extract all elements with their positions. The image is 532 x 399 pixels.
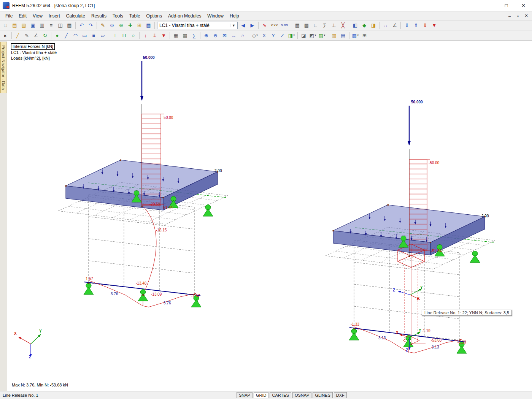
visibility-icon[interactable]: ◩▾ [308, 31, 317, 40]
save-icon[interactable]: ▣ [29, 21, 37, 30]
new-file-icon[interactable]: □ [1, 21, 10, 30]
background-icon[interactable]: ▧▾ [351, 31, 360, 40]
panel-toggle-icon[interactable]: ▥ [330, 31, 338, 40]
menu-help[interactable]: Help [227, 12, 242, 20]
copy-icon[interactable]: ◫ [56, 21, 65, 30]
undo-icon[interactable]: ↶ [77, 21, 86, 30]
filter-icon[interactable]: ╳ [338, 21, 347, 30]
regenerate-model-icon[interactable]: ⊕ [117, 21, 125, 30]
new-arc-icon[interactable]: ◠ [71, 31, 80, 40]
new-line-icon[interactable]: ╱ [62, 31, 71, 40]
show-results-icon[interactable]: ∿ [260, 21, 269, 30]
render-mode-icon[interactable]: ◨▾ [287, 31, 296, 40]
nodal-load-icon[interactable]: ↓ [141, 31, 150, 40]
toggle-dxf[interactable]: DXF [334, 392, 347, 398]
printout-report-icon[interactable]: ≡ [47, 21, 56, 30]
mdi-restore-button[interactable]: ▫ [514, 12, 522, 20]
menu-tools[interactable]: Tools [110, 12, 126, 20]
export-down-red-icon[interactable]: ⇓ [421, 21, 429, 30]
edit-line-icon[interactable]: ✎ [22, 31, 31, 40]
menu-results[interactable]: Results [88, 12, 110, 20]
axes-icon[interactable]: ⊥ [329, 21, 338, 30]
hinge-icon[interactable]: ○ [129, 31, 138, 40]
control-panel-icon[interactable]: ◨ [369, 21, 378, 30]
next-load-case-icon[interactable]: ▶ [248, 21, 257, 30]
zoom-in-icon[interactable]: ⊕ [202, 31, 211, 40]
previous-load-case-icon[interactable]: ◀ [239, 21, 248, 30]
show-max-values-icon[interactable]: X.XX [279, 21, 289, 30]
open-project-icon[interactable]: ▧ [19, 21, 28, 30]
view-x-icon[interactable]: X [260, 31, 268, 40]
menu-view[interactable]: View [30, 12, 46, 20]
insert-object-icon[interactable]: ✚ [126, 21, 135, 30]
isometric-view-icon[interactable]: ◇▾ [251, 31, 259, 40]
snapshot-icon[interactable]: ▦ [65, 21, 74, 30]
export-up-blue-icon[interactable]: ⇑ [411, 21, 420, 30]
guideline-icon[interactable]: ╱ [13, 31, 22, 40]
toggle-cartes[interactable]: CARTES [270, 392, 291, 398]
fullscreen-icon[interactable]: ⊞ [360, 31, 369, 40]
display-properties-icon[interactable]: ◧ [351, 21, 359, 30]
chevron-down-icon[interactable]: ▼ [230, 24, 235, 27]
menu-calculate[interactable]: Calculate [63, 12, 88, 20]
toggle-grid[interactable]: GRID [254, 392, 269, 398]
new-opening-icon[interactable]: ▱ [98, 31, 107, 40]
toggle-osnap[interactable]: OSNAP [292, 392, 312, 398]
line-support-icon[interactable]: Π [120, 31, 129, 40]
pointer-icon[interactable]: ▸ [1, 31, 10, 40]
zoom-mode-icon[interactable]: ⊙ [108, 21, 116, 30]
zoom-window-icon[interactable]: ⊠ [220, 31, 229, 40]
menu-addon-modules[interactable]: Add-on Modules [165, 12, 204, 20]
toggle-glines[interactable]: GLINES [313, 392, 332, 398]
full-view-icon[interactable]: ⌂ [238, 31, 247, 40]
dimension-icon[interactable]: ∠ [390, 21, 399, 30]
nodal-support-icon[interactable]: ⊥ [111, 31, 119, 40]
mdi-minimize-button[interactable]: – [505, 12, 514, 20]
zoom-out-icon[interactable]: ⊖ [211, 31, 220, 40]
print-report-red-icon[interactable]: ▼ [430, 21, 438, 30]
mesh-settings-icon[interactable]: ▩ [181, 31, 189, 40]
minimize-button[interactable]: – [481, 0, 498, 11]
load-case-selector[interactable]: LC1 - Vlastní tíha + stálé ▼ [157, 22, 238, 29]
print-icon[interactable]: ▥ [38, 21, 46, 30]
result-table-icon[interactable]: ▦ [293, 21, 302, 30]
tab-project-navigator-data[interactable]: Project Navigator - Data [0, 42, 6, 93]
edit-pen-icon[interactable]: ✎ [98, 21, 107, 30]
surface-load-icon[interactable]: ▼ [159, 31, 168, 40]
measure-icon[interactable]: ∟ [311, 21, 320, 30]
display-colors-icon[interactable]: ▨▾ [318, 31, 326, 40]
model-viewport[interactable]: 50.000-50.002.00-20.59-51.84-16.15-1.57-… [7, 41, 532, 391]
toggle-snap[interactable]: SNAP [237, 392, 253, 398]
move-icon[interactable]: ↔ [381, 21, 390, 30]
maximize-button[interactable]: □ [498, 0, 515, 11]
mdi-close-button[interactable]: ✕ [522, 12, 530, 20]
menu-window[interactable]: Window [204, 12, 227, 20]
open-file-icon[interactable]: ▤ [10, 21, 19, 30]
pan-icon[interactable]: ↔ [229, 31, 238, 40]
work-plane-icon[interactable]: ∠ [32, 31, 40, 40]
menu-edit[interactable]: Edit [16, 12, 30, 20]
menu-table[interactable]: Table [126, 12, 143, 20]
new-solid-icon[interactable]: ■ [89, 31, 98, 40]
table-layout-icon[interactable]: ▦ [144, 21, 153, 30]
close-button[interactable]: ✕ [515, 0, 532, 11]
clipping-plane-icon[interactable]: ◪ [299, 31, 308, 40]
line-load-icon[interactable]: ⇓ [150, 31, 159, 40]
menu-options[interactable]: Options [143, 12, 165, 20]
menu-file[interactable]: File [2, 12, 16, 20]
export-down-blue-icon[interactable]: ⇓ [402, 21, 411, 30]
render-icon[interactable]: ◆ [360, 21, 368, 30]
view-z-icon[interactable]: Z [278, 31, 287, 40]
regenerate-icon[interactable]: ↻ [41, 31, 49, 40]
menu-insert[interactable]: Insert [46, 12, 63, 20]
calculate-icon[interactable]: ∑ [190, 31, 199, 40]
new-surface-icon[interactable]: ▭ [80, 31, 89, 40]
tables-toggle-icon[interactable]: ▤ [339, 31, 348, 40]
new-node-icon[interactable]: ● [53, 31, 62, 40]
sum-icon[interactable]: ∑ [320, 21, 329, 30]
redo-icon[interactable]: ↷ [86, 21, 95, 30]
show-result-values-icon[interactable]: X.XX [269, 21, 279, 30]
view-y-icon[interactable]: Y [269, 31, 278, 40]
generate-mesh-icon[interactable]: ▦ [172, 31, 180, 40]
new-window-icon[interactable]: ⊞ [135, 21, 144, 30]
